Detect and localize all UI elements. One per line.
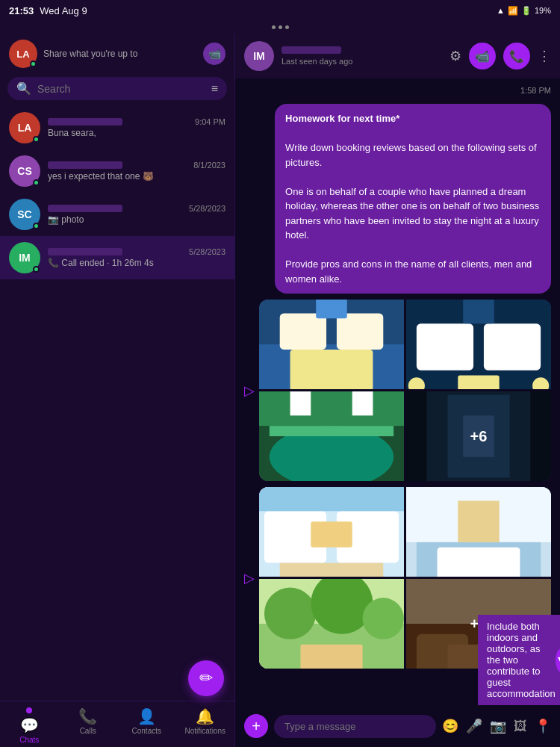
svg-rect-3 <box>337 313 383 350</box>
chat-input-bar: + 😊 🎤 📷 🖼 📍 <box>235 705 560 747</box>
nav-calls[interactable]: 📞 Calls <box>59 707 118 744</box>
send-arrow-icon: ▷ <box>244 382 255 399</box>
compose-fab[interactable]: ✏ <box>188 660 224 696</box>
chat-name <box>48 205 122 212</box>
nav-notifications[interactable]: 🔔 Notifications <box>176 707 235 744</box>
chat-name-row: 8/1/2023 <box>48 161 225 170</box>
online-indicator <box>33 266 40 273</box>
chat-time: 5/28/2023 <box>189 204 225 213</box>
svg-rect-26 <box>280 563 384 577</box>
wifi-icon: ▲ <box>497 6 505 15</box>
chat-name <box>48 161 122 169</box>
list-item[interactable]: SC 5/28/2023 📷 photo <box>0 193 234 236</box>
chat-header-avatar: IM <box>244 41 274 71</box>
chat-name-row: 9:04 PM <box>48 117 225 126</box>
call-button[interactable]: 📞 <box>503 43 530 69</box>
battery-icon: 🔋 <box>521 6 532 16</box>
search-bar[interactable]: 🔍 ≡ <box>7 77 227 100</box>
svg-point-36 <box>264 588 316 639</box>
avatar: LA <box>9 112 40 143</box>
right-panel: IM Last seen days ago ⚙ 📹 📞 ⋮ 1:58 PM Ho… <box>235 34 560 747</box>
filter-icon[interactable]: ≡ <box>211 82 218 96</box>
svg-rect-27 <box>259 487 404 511</box>
calls-label: Calls <box>80 727 96 735</box>
chat-preview: 📞 Call ended · 1h 26m 4s <box>48 258 225 268</box>
video-call-button[interactable]: 📹 <box>203 43 225 65</box>
more-images-overlay: +6 <box>406 391 551 481</box>
svg-point-38 <box>363 598 404 639</box>
dot-1 <box>272 25 276 29</box>
list-item[interactable]: IM 5/28/2023 📞 Call ended · 1h 26m 4s <box>0 236 234 279</box>
active-dot <box>26 707 32 713</box>
svg-rect-2 <box>280 313 326 350</box>
chat-time: 5/28/2023 <box>189 247 225 256</box>
floating-message-text: Include both indoors and outdoors, as th… <box>487 621 556 699</box>
svg-rect-16 <box>290 391 311 415</box>
chats-label: Chats <box>19 736 39 744</box>
hotel-image-2 <box>406 300 551 389</box>
chat-header-actions: ⚙ 📹 📞 ⋮ <box>449 43 551 69</box>
online-indicator <box>33 136 40 143</box>
online-indicator <box>33 179 40 186</box>
list-item[interactable]: LA 9:04 PM Buna seara, <box>0 106 234 149</box>
svg-rect-33 <box>458 500 499 542</box>
message-time: 1:58 PM <box>244 86 551 95</box>
gear-icon[interactable]: ⚙ <box>449 48 461 64</box>
hotel-img-svg <box>259 579 404 669</box>
status-bar: 21:53 Wed Aug 9 ▲ 📶 🔋 19% <box>0 0 560 21</box>
svg-rect-39 <box>300 645 362 669</box>
hotel-image-4: +6 <box>406 391 551 481</box>
floating-message-bar: Include both indoors and outdoors, as th… <box>478 615 560 705</box>
chat-name <box>48 118 122 125</box>
chat-info: 9:04 PM Buna seara, <box>48 117 225 138</box>
chat-header: IM Last seen days ago ⚙ 📹 📞 ⋮ <box>235 34 560 78</box>
bottom-nav: 💬 Chats 📞 Calls 👤 Contacts 🔔 Notificatio… <box>0 701 234 747</box>
hotel-image-1 <box>259 300 404 389</box>
svg-rect-9 <box>458 376 499 389</box>
hotel-img-svg <box>259 391 404 481</box>
svg-rect-7 <box>417 323 473 370</box>
nav-chats[interactable]: 💬 Chats <box>0 707 59 744</box>
left-header: LA Share what you're up to 📹 <box>0 34 234 74</box>
svg-rect-28 <box>311 521 352 548</box>
video-button[interactable]: 📹 <box>469 43 496 69</box>
share-status-text[interactable]: Share what you're up to <box>43 49 197 59</box>
chat-preview: 📷 photo <box>48 214 225 225</box>
chat-info: 8/1/2023 yes i expected that one 🐻 <box>48 161 225 182</box>
contacts-icon: 👤 <box>137 707 156 725</box>
scroll-down-button[interactable]: ▼ <box>556 648 560 672</box>
more-options-icon[interactable]: ⋮ <box>538 48 551 64</box>
hotel-image-7 <box>259 579 404 669</box>
main-layout: LA Share what you're up to 📹 🔍 ≡ LA <box>0 34 560 747</box>
homework-title: Homework for next time* <box>285 113 399 124</box>
nav-contacts[interactable]: 👤 Contacts <box>117 707 176 744</box>
chat-info: 5/28/2023 📞 Call ended · 1h 26m 4s <box>48 247 225 268</box>
voice-icon[interactable]: 🎤 <box>466 718 482 734</box>
list-item[interactable]: CS 8/1/2023 yes i expected that one 🐻 <box>0 149 234 193</box>
chat-name-row: 5/28/2023 <box>48 247 225 256</box>
camera-icon[interactable]: 📷 <box>490 718 506 734</box>
user-avatar[interactable]: LA <box>9 40 37 68</box>
svg-rect-10 <box>463 300 494 323</box>
svg-rect-18 <box>270 426 393 436</box>
hotel-img-svg <box>259 487 404 577</box>
chat-preview: Buna seara, <box>48 128 225 138</box>
image-icon[interactable]: 🖼 <box>514 719 527 734</box>
calls-icon: 📞 <box>78 707 97 725</box>
homework-body: Write down booking reviews based on the … <box>285 142 539 285</box>
battery-percent: 19% <box>535 6 551 15</box>
svg-rect-17 <box>352 391 373 415</box>
image-send-row-1: ▷ <box>244 300 551 481</box>
svg-rect-32 <box>438 548 520 577</box>
location-icon[interactable]: 📍 <box>535 718 551 734</box>
chat-header-info: Last seen days ago <box>281 46 442 66</box>
add-attachment-button[interactable]: + <box>244 714 268 738</box>
dots-row <box>0 21 560 34</box>
left-panel: LA Share what you're up to 📹 🔍 ≡ LA <box>0 34 235 747</box>
search-input[interactable] <box>37 83 205 95</box>
svg-rect-4 <box>290 350 373 389</box>
input-action-icons: 😊 🎤 📷 🖼 📍 <box>442 718 551 734</box>
svg-rect-8 <box>484 323 541 370</box>
emoji-icon[interactable]: 😊 <box>442 718 458 734</box>
message-input[interactable] <box>274 715 436 738</box>
